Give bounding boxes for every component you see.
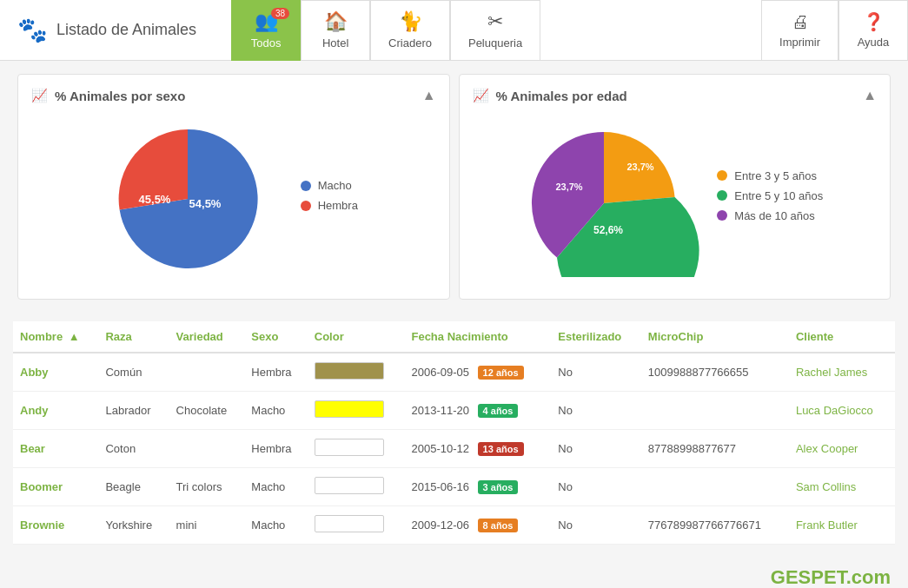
legend-dot-macho — [301, 181, 311, 191]
tab-badge-todos: 38 — [271, 8, 289, 19]
col-nombre[interactable]: Nombre ▲ — [13, 321, 98, 353]
legend-hembra: Hembra — [301, 199, 358, 212]
legend-dot-hembra — [301, 201, 311, 211]
nav-tab-peluqueria[interactable]: ✂ Peluqueria — [450, 0, 540, 61]
cell-microchip-1 — [641, 392, 789, 430]
tab-icon-criadero: 🐈 — [399, 10, 422, 33]
table-row: Abby Común Hembra 2006-09-05 12 años No … — [13, 353, 895, 392]
cell-nombre-0[interactable]: Abby — [13, 353, 98, 392]
table-row: Andy Labrador Chocolate Macho 2013-11-20… — [13, 392, 895, 430]
tab-label-peluqueria: Peluqueria — [468, 36, 522, 50]
legend-macho: Macho — [301, 179, 358, 192]
cell-esterilizado-2: No — [551, 430, 641, 468]
age-badge-3: 3 años — [478, 480, 519, 494]
nav-tabs: 38 👥 Todos 🏠 Hotel 🐈 Criadero ✂ Peluquer… — [231, 0, 540, 61]
col-color: Color — [308, 321, 405, 353]
cell-fecha-2: 2005-10-12 13 años — [404, 430, 551, 468]
cell-color-4 — [308, 506, 405, 545]
tab-label-hotel: Hotel — [322, 36, 348, 50]
col-raza: Raza — [98, 321, 169, 353]
legend-3-5: Entre 3 y 5 años — [717, 169, 823, 182]
brand-text: GESPET — [771, 566, 846, 588]
legend-label-hembra: Hembra — [318, 199, 358, 212]
tab-icon-hotel: 🏠 — [324, 10, 348, 33]
cell-nombre-2[interactable]: Bear — [13, 430, 98, 468]
cell-variedad-3: Tri colors — [169, 468, 245, 506]
cell-fecha-1: 2013-11-20 4 años — [404, 392, 551, 430]
cell-cliente-1[interactable]: Luca DaGiocco — [789, 392, 895, 430]
col-esterilizado: Esterilizado — [551, 321, 641, 353]
collapse-edad-icon[interactable]: ▲ — [863, 88, 877, 103]
table-section: Nombre ▲ Raza Variedad Sexo Color Fecha … — [0, 313, 908, 558]
cell-esterilizado-0: No — [551, 353, 641, 392]
table-row: Bear Coton Hembra 2005-10-12 13 años No … — [13, 430, 895, 468]
tab-icon-peluqueria: ✂ — [487, 10, 503, 33]
charts-section: 📈 % Animales por sexo ▲ 54,5% 45,5% — [0, 61, 908, 313]
svg-text:52,6%: 52,6% — [593, 224, 623, 236]
client-link-0[interactable]: Rachel James — [796, 366, 867, 379]
nav-tab-hotel[interactable]: 🏠 Hotel — [301, 0, 370, 61]
cell-nombre-1[interactable]: Andy — [13, 392, 98, 430]
legend-label-5-10: Entre 5 y 10 años — [734, 189, 823, 202]
action-icon-imprimir: 🖨 — [792, 12, 809, 32]
legend-dot-10plus — [717, 210, 727, 221]
paw-icon: 🐾 — [17, 16, 48, 44]
color-swatch-4 — [315, 515, 384, 532]
age-badge-4: 8 años — [478, 519, 519, 532]
client-link-3[interactable]: Sam Collins — [796, 480, 856, 493]
cell-color-1 — [308, 392, 405, 430]
cell-color-0 — [308, 353, 405, 392]
color-swatch-0 — [315, 362, 384, 380]
action-icon-ayuda: ❓ — [863, 11, 885, 32]
cell-variedad-0 — [169, 353, 245, 392]
cell-raza-0: Común — [98, 353, 169, 392]
age-badge-0: 12 años — [478, 366, 524, 380]
legend-dot-3-5 — [717, 170, 727, 181]
cell-variedad-2 — [169, 430, 245, 468]
col-microchip: MicroChip — [641, 321, 789, 353]
legend-dot-5-10 — [717, 190, 727, 201]
svg-text:54,5%: 54,5% — [189, 197, 221, 210]
table-body: Abby Común Hembra 2006-09-05 12 años No … — [13, 353, 895, 545]
legend-10plus: Más de 10 años — [717, 209, 823, 222]
chart-edad-header: 📈 % Animales por edad ▲ — [473, 88, 878, 103]
action-btn-imprimir[interactable]: 🖨 Imprimir — [761, 0, 838, 61]
cell-variedad-1: Chocolate — [169, 392, 245, 430]
nav-tab-criadero[interactable]: 🐈 Criadero — [370, 0, 450, 61]
table-header: Nombre ▲ Raza Variedad Sexo Color Fecha … — [13, 321, 895, 353]
cell-esterilizado-3: No — [551, 468, 641, 506]
tab-label-todos: Todos — [251, 36, 282, 50]
legend-label-3-5: Entre 3 y 5 años — [734, 169, 817, 182]
cell-sexo-1: Macho — [244, 392, 307, 430]
cell-cliente-4[interactable]: Frank Butler — [789, 506, 895, 545]
color-swatch-3 — [315, 477, 384, 494]
chart-sexo-header: 📈 % Animales por sexo ▲ — [31, 88, 436, 103]
chart-sexo: 📈 % Animales por sexo ▲ 54,5% 45,5% — [17, 74, 450, 300]
client-link-2[interactable]: Alex Cooper — [796, 442, 858, 455]
cell-raza-1: Labrador — [98, 392, 169, 430]
nav-tab-todos[interactable]: 38 👥 Todos — [231, 0, 301, 61]
chart-edad-title: 📈 % Animales por edad — [473, 88, 627, 103]
footer: GESPET.com SOFTWARE DE GESTIÓN DE MASCOT… — [0, 558, 908, 588]
cell-microchip-3 — [641, 468, 789, 506]
action-btn-ayuda[interactable]: ❓ Ayuda — [838, 0, 908, 61]
table-row: Brownie Yorkshire mini Macho 2009-12-06 … — [13, 506, 895, 545]
tab-label-criadero: Criadero — [388, 36, 432, 50]
legend-label-10plus: Más de 10 años — [734, 209, 815, 222]
cell-nombre-3[interactable]: Boomer — [13, 468, 98, 506]
svg-text:23,7%: 23,7% — [556, 182, 583, 192]
cell-cliente-3[interactable]: Sam Collins — [789, 468, 895, 506]
brand-suffix: .com — [846, 566, 891, 588]
cell-fecha-3: 2015-06-16 3 años — [404, 468, 551, 506]
cell-cliente-0[interactable]: Rachel James — [789, 353, 895, 392]
chart-sexo-icon: 📈 — [31, 88, 48, 103]
cell-esterilizado-1: No — [551, 392, 641, 430]
cell-nombre-4[interactable]: Brownie — [13, 506, 98, 545]
col-variedad: Variedad — [169, 321, 245, 353]
collapse-sexo-icon[interactable]: ▲ — [422, 88, 436, 103]
chart-edad-body: 23,7% 52,6% 23,7% Entre 3 y 5 años Entre… — [473, 112, 878, 286]
legend-5-10: Entre 5 y 10 años — [717, 189, 823, 202]
client-link-4[interactable]: Frank Butler — [796, 519, 858, 532]
cell-cliente-2[interactable]: Alex Cooper — [789, 430, 895, 468]
client-link-1[interactable]: Luca DaGiocco — [796, 404, 873, 417]
